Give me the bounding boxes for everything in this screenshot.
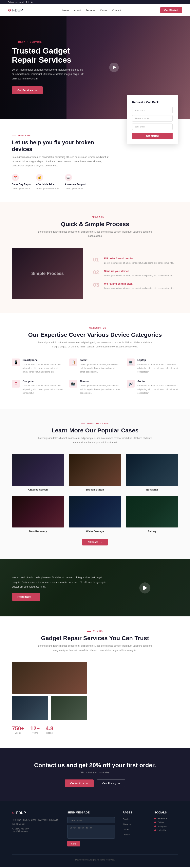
- trust-secondary-img-inner-2: [51, 696, 87, 720]
- trust-stats: 750+ Clients 12+ Years 4.8 Rating: [12, 725, 87, 734]
- case-water-damage[interactable]: Water Damage: [69, 496, 121, 533]
- footer-message-title: SEND MESSAGE: [67, 811, 115, 814]
- nav-home[interactable]: Home: [62, 9, 69, 12]
- footer-grid: ⚙ FDUP Perellitan Road 36, Silther 48, P…: [12, 811, 178, 846]
- callback-submit-button[interactable]: Get started: [132, 133, 172, 139]
- cracked-screen-image: [12, 454, 64, 486]
- hero-content: REPAIR SERVICE Trusted Gadget Repair Ser…: [0, 41, 99, 94]
- camera-content: Camera Lorem ipsum dolor sit amet, conse…: [80, 380, 121, 395]
- hero-cta-button[interactable]: Get Services →: [12, 86, 43, 94]
- logo[interactable]: ⚙ FDUP: [8, 8, 23, 12]
- cases-title: Learn More Our Popular Cases: [12, 427, 178, 434]
- footer-link-about[interactable]: About us: [123, 823, 131, 826]
- callback-name-input[interactable]: [132, 107, 172, 113]
- footer-link-service[interactable]: Service: [123, 818, 130, 820]
- process-image: Simple Process: [12, 248, 83, 299]
- step-2-number: 02: [93, 270, 100, 275]
- support-icon: 💬: [65, 174, 72, 181]
- callback-phone-input[interactable]: [132, 115, 172, 122]
- trust-content: 750+ Clients 12+ Years 4.8 Rating: [12, 662, 178, 734]
- instagram-dot: [154, 826, 156, 827]
- case-battery[interactable]: Battery: [126, 496, 178, 533]
- cta-play-button[interactable]: [139, 582, 151, 593]
- social-linkedin: LinkedIn: [154, 829, 178, 831]
- footer-message-textarea[interactable]: [67, 825, 115, 839]
- logo-text: FDUP: [12, 8, 23, 12]
- fix-callback-wrapper: Request a Call Back Get started ABOUT US…: [0, 119, 190, 203]
- step-1-title: Fill order form & confirm: [104, 257, 174, 260]
- nav-cta-button[interactable]: Get Started: [160, 7, 182, 13]
- trust-secondary-image-2: [51, 696, 87, 720]
- data-recovery-title: Data Recovery: [12, 530, 64, 533]
- footer-link-cases[interactable]: Cases: [123, 828, 129, 831]
- battery-title: Battery: [126, 530, 178, 533]
- nav-contact[interactable]: Contact: [112, 9, 121, 12]
- footer-message-col: SEND MESSAGE Send: [67, 811, 115, 846]
- top-bar-left: Follow me social: f t in: [8, 1, 32, 4]
- trust-images: 750+ Clients 12+ Years 4.8 Rating: [12, 662, 87, 734]
- trust-secondary-image-1: [12, 696, 48, 720]
- same-day-icon: 📅: [12, 174, 19, 181]
- footer-logo: ⚙ FDUP: [12, 811, 59, 815]
- linkedin-link[interactable]: LinkedIn: [158, 829, 166, 831]
- instagram-icon[interactable]: in: [31, 1, 32, 4]
- callback-title: Request a Call Back: [132, 101, 172, 104]
- cta-read-more-button[interactable]: Read more →: [12, 593, 40, 600]
- category-computer: 🖥 Computer Lorem ipsum dolor sit amet, c…: [12, 380, 63, 395]
- trust-secondary-img-inner-1: [12, 696, 48, 720]
- affordable-desc: Lorem ipsum dolor amet.: [36, 187, 60, 190]
- data-recovery-image: [12, 496, 64, 527]
- all-cases-button[interactable]: All Cases →: [82, 539, 108, 546]
- footer-send-button[interactable]: Send: [67, 841, 80, 846]
- footer-pages-title: PAGES: [123, 811, 146, 814]
- stat-rating: 4.8 Rating: [46, 725, 53, 734]
- category-laptop: 💻 Laptop Lorem ipsum dolor sit amet, con…: [127, 359, 178, 374]
- case-cracked-screen[interactable]: Cracked Screen: [12, 454, 64, 491]
- category-tablet: 📋 Tablet Lorem ipsum dolor sit amet, con…: [69, 359, 121, 374]
- categories-header: CATEGORIES Our Expertise Cover Various D…: [12, 327, 178, 349]
- stat-clients: 750+ Clients: [12, 725, 24, 734]
- same-day-desc: Lorem ipsum dolor.: [12, 187, 31, 190]
- fix-tag: ABOUT US: [12, 134, 111, 137]
- facebook-icon[interactable]: f: [26, 1, 27, 4]
- trust-tag: WHY US: [12, 630, 178, 632]
- tablet-content: Tablet Lorem ipsum dolor sit amet, conse…: [80, 359, 121, 374]
- case-no-signal[interactable]: No Signal: [126, 454, 178, 491]
- twitter-link[interactable]: Twitter: [158, 821, 164, 824]
- audio-title: Audio: [137, 380, 178, 383]
- facebook-link[interactable]: Facebook: [158, 817, 167, 819]
- case-data-recovery[interactable]: Data Recovery: [12, 496, 64, 533]
- twitter-icon[interactable]: t: [28, 1, 29, 4]
- stat-clients-number: 750+: [12, 725, 24, 732]
- case-broken-button[interactable]: Broken Button: [69, 454, 121, 491]
- offer-section: Contact us and get 20% off your first or…: [0, 748, 190, 801]
- computer-content: Computer Lorem ipsum dolor sit amet, con…: [23, 380, 63, 395]
- follow-text: Follow me social:: [8, 1, 25, 3]
- smartphone-desc: Lorem ipsum dolor sit amet, consectetur …: [23, 363, 63, 374]
- same-day-title: Same Day Repair: [12, 183, 31, 186]
- footer-name-input[interactable]: [67, 817, 115, 823]
- footer-link-contact[interactable]: Contact: [123, 833, 130, 836]
- footer-pages-links: Service About us Cases Contact: [123, 817, 146, 836]
- cases-tag: POPULAR CASES: [12, 423, 178, 425]
- instagram-link[interactable]: Instagram: [158, 825, 167, 828]
- offer-contact-button[interactable]: Contact Us →: [65, 779, 93, 787]
- offer-title: Contact us and get 20% off your first or…: [12, 762, 178, 769]
- water-damage-title: Water Damage: [69, 530, 121, 533]
- nav-about[interactable]: About: [74, 9, 81, 12]
- social-facebook: Facebook: [154, 817, 178, 819]
- tablet-title: Tablet: [80, 359, 121, 362]
- callback-email-input[interactable]: [132, 124, 172, 130]
- footer-brand-col: ⚙ FDUP Perellitan Road 36, Silther 48, P…: [12, 811, 59, 846]
- nav-links: Home About Services Cases Contact: [62, 8, 121, 12]
- laptop-desc: Lorem ipsum dolor sit amet, consectetur …: [137, 363, 178, 374]
- offer-pricing-button[interactable]: View Pricing →: [97, 779, 125, 787]
- nav-cases[interactable]: Cases: [100, 9, 107, 12]
- support-desc: Lorem ipsum amet.: [65, 187, 86, 190]
- laptop-icon: 💻: [127, 359, 135, 366]
- no-signal-img-inner: [126, 454, 178, 486]
- hero-play-button[interactable]: [109, 63, 119, 72]
- nav-services[interactable]: Services: [85, 9, 96, 12]
- social-twitter: Twitter: [154, 821, 178, 824]
- process-step-3: 03 We fix and send it back Lorem ipsum d…: [93, 282, 178, 290]
